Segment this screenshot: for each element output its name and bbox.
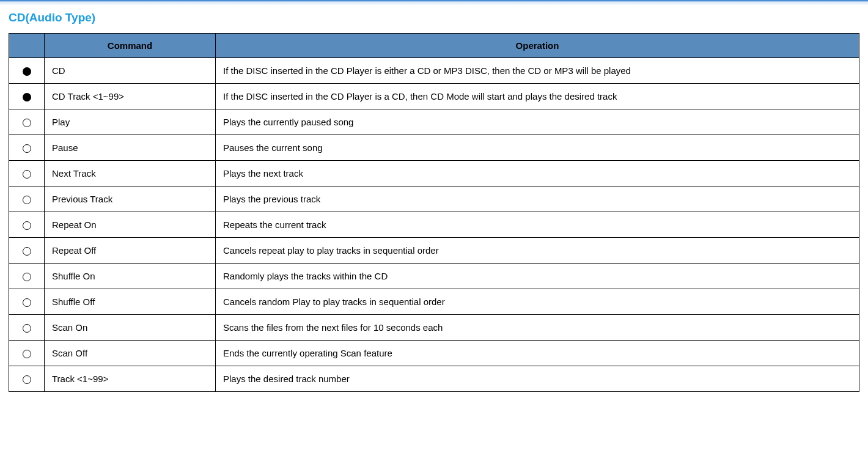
table-row: Repeat OnRepeats the current track	[9, 212, 859, 238]
marker-cell	[9, 212, 45, 238]
hollow-circle-icon	[23, 375, 31, 384]
table-row: Repeat OffCancels repeat play to play tr…	[9, 238, 859, 264]
hollow-circle-icon	[23, 144, 31, 153]
table-row: Shuffle OnRandomly plays the tracks with…	[9, 264, 859, 289]
operation-cell: Plays the previous track	[216, 186, 859, 212]
header-operation: Operation	[216, 34, 859, 58]
hollow-circle-icon	[23, 221, 31, 230]
marker-cell	[9, 366, 45, 392]
table-row: Previous TrackPlays the previous track	[9, 186, 859, 212]
command-cell: Scan Off	[45, 341, 216, 366]
command-cell: Scan On	[45, 315, 216, 341]
hollow-circle-icon	[23, 350, 31, 358]
marker-cell	[9, 161, 45, 186]
header-command: Command	[45, 34, 216, 58]
table-row: CDIf the DISC inserted in the CD Player …	[9, 58, 859, 84]
operation-cell: Repeats the current track	[216, 212, 859, 238]
command-cell: Pause	[45, 135, 216, 161]
table-row: PausePauses the current song	[9, 135, 859, 161]
hollow-circle-icon	[23, 298, 31, 307]
operation-cell: Plays the currently paused song	[216, 109, 859, 135]
table-row: Shuffle OffCancels random Play to play t…	[9, 289, 859, 315]
operation-cell: Scans the files from the next files for …	[216, 315, 859, 341]
marker-cell	[9, 186, 45, 212]
decorative-top-border	[0, 0, 868, 5]
command-cell: Previous Track	[45, 186, 216, 212]
marker-cell	[9, 289, 45, 315]
section-title: CD(Audio Type)	[9, 11, 859, 24]
command-cell: Shuffle Off	[45, 289, 216, 315]
marker-cell	[9, 264, 45, 289]
operation-cell: If the DISC inserted in the CD Player is…	[216, 84, 859, 109]
hollow-circle-icon	[23, 170, 31, 179]
operation-cell: Plays the desired track number	[216, 366, 859, 392]
hollow-circle-icon	[23, 324, 31, 333]
table-row: Scan OffEnds the currently operating Sca…	[9, 341, 859, 366]
command-cell: Repeat On	[45, 212, 216, 238]
table-row: Track <1~99>Plays the desired track numb…	[9, 366, 859, 392]
table-row: Scan OnScans the files from the next fil…	[9, 315, 859, 341]
operation-cell: Ends the currently operating Scan featur…	[216, 341, 859, 366]
command-table: Command Operation CDIf the DISC inserted…	[9, 33, 859, 392]
marker-cell	[9, 238, 45, 264]
command-cell: CD	[45, 58, 216, 84]
command-cell: Shuffle On	[45, 264, 216, 289]
command-cell: CD Track <1~99>	[45, 84, 216, 109]
operation-cell: Plays the next track	[216, 161, 859, 186]
marker-cell	[9, 84, 45, 109]
hollow-circle-icon	[23, 196, 31, 204]
table-row: PlayPlays the currently paused song	[9, 109, 859, 135]
operation-cell: Pauses the current song	[216, 135, 859, 161]
operation-cell: Cancels random Play to play tracks in se…	[216, 289, 859, 315]
marker-cell	[9, 135, 45, 161]
command-cell: Track <1~99>	[45, 366, 216, 392]
table-header-row: Command Operation	[9, 34, 859, 58]
hollow-circle-icon	[23, 273, 31, 281]
marker-cell	[9, 341, 45, 366]
marker-cell	[9, 315, 45, 341]
table-row: Next TrackPlays the next track	[9, 161, 859, 186]
operation-cell: Cancels repeat play to play tracks in se…	[216, 238, 859, 264]
header-marker	[9, 34, 45, 58]
filled-circle-icon	[23, 93, 31, 101]
marker-cell	[9, 109, 45, 135]
hollow-circle-icon	[23, 247, 31, 256]
filled-circle-icon	[23, 67, 31, 76]
marker-cell	[9, 58, 45, 84]
table-row: CD Track <1~99>If the DISC inserted in t…	[9, 84, 859, 109]
hollow-circle-icon	[23, 119, 31, 127]
command-cell: Play	[45, 109, 216, 135]
operation-cell: Randomly plays the tracks within the CD	[216, 264, 859, 289]
operation-cell: If the DISC inserted in the CD Player is…	[216, 58, 859, 84]
command-cell: Repeat Off	[45, 238, 216, 264]
command-cell: Next Track	[45, 161, 216, 186]
